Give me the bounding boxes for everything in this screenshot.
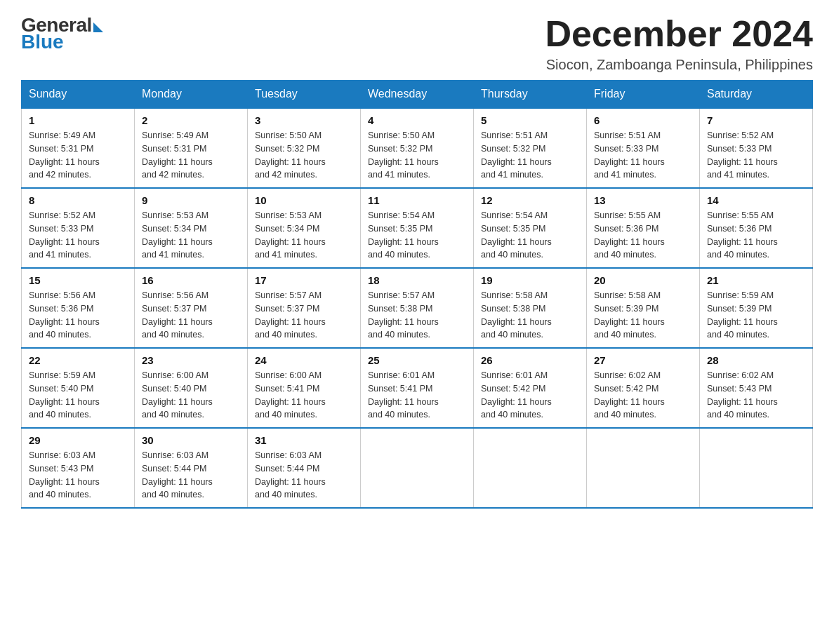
calendar-cell: 18 Sunrise: 5:57 AM Sunset: 5:38 PM Dayl…: [361, 268, 474, 348]
calendar-cell: 27 Sunrise: 6:02 AM Sunset: 5:42 PM Dayl…: [587, 348, 700, 428]
day-number: 7: [707, 114, 805, 126]
calendar-cell: [361, 428, 474, 508]
calendar-cell: 25 Sunrise: 6:01 AM Sunset: 5:41 PM Dayl…: [361, 348, 474, 428]
day-number: 25: [368, 354, 466, 366]
calendar-cell: 16 Sunrise: 5:56 AM Sunset: 5:37 PM Dayl…: [135, 268, 248, 348]
day-info: Sunrise: 6:03 AM Sunset: 5:43 PM Dayligh…: [29, 449, 127, 502]
day-info: Sunrise: 5:53 AM Sunset: 5:34 PM Dayligh…: [142, 209, 240, 262]
calendar-cell: 3 Sunrise: 5:50 AM Sunset: 5:32 PM Dayli…: [248, 108, 361, 188]
calendar-cell: 15 Sunrise: 5:56 AM Sunset: 5:36 PM Dayl…: [22, 268, 135, 348]
day-info: Sunrise: 5:59 AM Sunset: 5:39 PM Dayligh…: [707, 289, 805, 342]
day-number: 16: [142, 274, 240, 286]
day-info: Sunrise: 6:01 AM Sunset: 5:41 PM Dayligh…: [368, 369, 466, 422]
calendar-cell: 26 Sunrise: 6:01 AM Sunset: 5:42 PM Dayl…: [474, 348, 587, 428]
calendar-cell: 2 Sunrise: 5:49 AM Sunset: 5:31 PM Dayli…: [135, 108, 248, 188]
day-number: 11: [368, 194, 466, 206]
day-number: 4: [368, 114, 466, 126]
day-number: 29: [29, 434, 127, 446]
calendar-cell: 17 Sunrise: 5:57 AM Sunset: 5:37 PM Dayl…: [248, 268, 361, 348]
day-number: 23: [142, 354, 240, 366]
day-number: 21: [707, 274, 805, 286]
calendar-cell: [587, 428, 700, 508]
day-number: 5: [481, 114, 579, 126]
day-info: Sunrise: 5:55 AM Sunset: 5:36 PM Dayligh…: [707, 209, 805, 262]
day-number: 14: [707, 194, 805, 206]
header-tuesday: Tuesday: [248, 81, 361, 109]
calendar-cell: 5 Sunrise: 5:51 AM Sunset: 5:32 PM Dayli…: [474, 108, 587, 188]
calendar-cell: 23 Sunrise: 6:00 AM Sunset: 5:40 PM Dayl…: [135, 348, 248, 428]
day-info: Sunrise: 5:57 AM Sunset: 5:37 PM Dayligh…: [255, 289, 353, 342]
day-number: 15: [29, 274, 127, 286]
day-info: Sunrise: 5:54 AM Sunset: 5:35 PM Dayligh…: [368, 209, 466, 262]
day-number: 1: [29, 114, 127, 126]
calendar-cell: 28 Sunrise: 6:02 AM Sunset: 5:43 PM Dayl…: [700, 348, 813, 428]
week-row-2: 8 Sunrise: 5:52 AM Sunset: 5:33 PM Dayli…: [22, 188, 813, 268]
logo-blue-text: Blue: [21, 31, 64, 53]
day-info: Sunrise: 5:50 AM Sunset: 5:32 PM Dayligh…: [255, 129, 353, 182]
day-number: 8: [29, 194, 127, 206]
day-number: 18: [368, 274, 466, 286]
calendar-cell: [474, 428, 587, 508]
day-number: 17: [255, 274, 353, 286]
header-wednesday: Wednesday: [361, 81, 474, 109]
calendar-cell: 10 Sunrise: 5:53 AM Sunset: 5:34 PM Dayl…: [248, 188, 361, 268]
header-thursday: Thursday: [474, 81, 587, 109]
calendar-cell: 29 Sunrise: 6:03 AM Sunset: 5:43 PM Dayl…: [22, 428, 135, 508]
header-monday: Monday: [135, 81, 248, 109]
day-number: 2: [142, 114, 240, 126]
day-number: 12: [481, 194, 579, 206]
day-number: 27: [594, 354, 692, 366]
day-info: Sunrise: 5:49 AM Sunset: 5:31 PM Dayligh…: [29, 129, 127, 182]
day-info: Sunrise: 5:52 AM Sunset: 5:33 PM Dayligh…: [707, 129, 805, 182]
day-info: Sunrise: 5:49 AM Sunset: 5:31 PM Dayligh…: [142, 129, 240, 182]
header-saturday: Saturday: [700, 81, 813, 109]
logo: General Blue: [21, 14, 103, 53]
weekday-header-row: Sunday Monday Tuesday Wednesday Thursday…: [22, 81, 813, 109]
day-number: 20: [594, 274, 692, 286]
calendar-cell: 7 Sunrise: 5:52 AM Sunset: 5:33 PM Dayli…: [700, 108, 813, 188]
calendar-cell: 14 Sunrise: 5:55 AM Sunset: 5:36 PM Dayl…: [700, 188, 813, 268]
week-row-3: 15 Sunrise: 5:56 AM Sunset: 5:36 PM Dayl…: [22, 268, 813, 348]
page-header: General Blue December 2024 Siocon, Zambo…: [21, 14, 813, 73]
day-info: Sunrise: 5:56 AM Sunset: 5:37 PM Dayligh…: [142, 289, 240, 342]
day-info: Sunrise: 6:02 AM Sunset: 5:42 PM Dayligh…: [594, 369, 692, 422]
day-number: 6: [594, 114, 692, 126]
location-subtitle: Siocon, Zamboanga Peninsula, Philippines: [545, 57, 813, 73]
month-title: December 2024: [545, 14, 813, 54]
day-number: 26: [481, 354, 579, 366]
calendar-cell: 13 Sunrise: 5:55 AM Sunset: 5:36 PM Dayl…: [587, 188, 700, 268]
calendar-cell: [700, 428, 813, 508]
week-row-1: 1 Sunrise: 5:49 AM Sunset: 5:31 PM Dayli…: [22, 108, 813, 188]
day-info: Sunrise: 6:02 AM Sunset: 5:43 PM Dayligh…: [707, 369, 805, 422]
calendar-cell: 1 Sunrise: 5:49 AM Sunset: 5:31 PM Dayli…: [22, 108, 135, 188]
calendar-cell: 31 Sunrise: 6:03 AM Sunset: 5:44 PM Dayl…: [248, 428, 361, 508]
day-info: Sunrise: 6:01 AM Sunset: 5:42 PM Dayligh…: [481, 369, 579, 422]
calendar-cell: 4 Sunrise: 5:50 AM Sunset: 5:32 PM Dayli…: [361, 108, 474, 188]
calendar-cell: 8 Sunrise: 5:52 AM Sunset: 5:33 PM Dayli…: [22, 188, 135, 268]
day-info: Sunrise: 5:51 AM Sunset: 5:32 PM Dayligh…: [481, 129, 579, 182]
calendar-cell: 21 Sunrise: 5:59 AM Sunset: 5:39 PM Dayl…: [700, 268, 813, 348]
day-info: Sunrise: 5:54 AM Sunset: 5:35 PM Dayligh…: [481, 209, 579, 262]
calendar-table: Sunday Monday Tuesday Wednesday Thursday…: [21, 80, 813, 509]
day-number: 3: [255, 114, 353, 126]
day-info: Sunrise: 5:58 AM Sunset: 5:38 PM Dayligh…: [481, 289, 579, 342]
day-number: 22: [29, 354, 127, 366]
day-info: Sunrise: 6:00 AM Sunset: 5:41 PM Dayligh…: [255, 369, 353, 422]
day-info: Sunrise: 5:58 AM Sunset: 5:39 PM Dayligh…: [594, 289, 692, 342]
day-info: Sunrise: 5:56 AM Sunset: 5:36 PM Dayligh…: [29, 289, 127, 342]
calendar-cell: 12 Sunrise: 5:54 AM Sunset: 5:35 PM Dayl…: [474, 188, 587, 268]
day-info: Sunrise: 6:03 AM Sunset: 5:44 PM Dayligh…: [142, 449, 240, 502]
day-number: 31: [255, 434, 353, 446]
week-row-4: 22 Sunrise: 5:59 AM Sunset: 5:40 PM Dayl…: [22, 348, 813, 428]
day-info: Sunrise: 5:57 AM Sunset: 5:38 PM Dayligh…: [368, 289, 466, 342]
calendar-cell: 20 Sunrise: 5:58 AM Sunset: 5:39 PM Dayl…: [587, 268, 700, 348]
day-info: Sunrise: 6:00 AM Sunset: 5:40 PM Dayligh…: [142, 369, 240, 422]
day-info: Sunrise: 5:55 AM Sunset: 5:36 PM Dayligh…: [594, 209, 692, 262]
day-info: Sunrise: 5:53 AM Sunset: 5:34 PM Dayligh…: [255, 209, 353, 262]
calendar-cell: 6 Sunrise: 5:51 AM Sunset: 5:33 PM Dayli…: [587, 108, 700, 188]
header-friday: Friday: [587, 81, 700, 109]
day-number: 9: [142, 194, 240, 206]
day-number: 24: [255, 354, 353, 366]
day-number: 30: [142, 434, 240, 446]
week-row-5: 29 Sunrise: 6:03 AM Sunset: 5:43 PM Dayl…: [22, 428, 813, 508]
